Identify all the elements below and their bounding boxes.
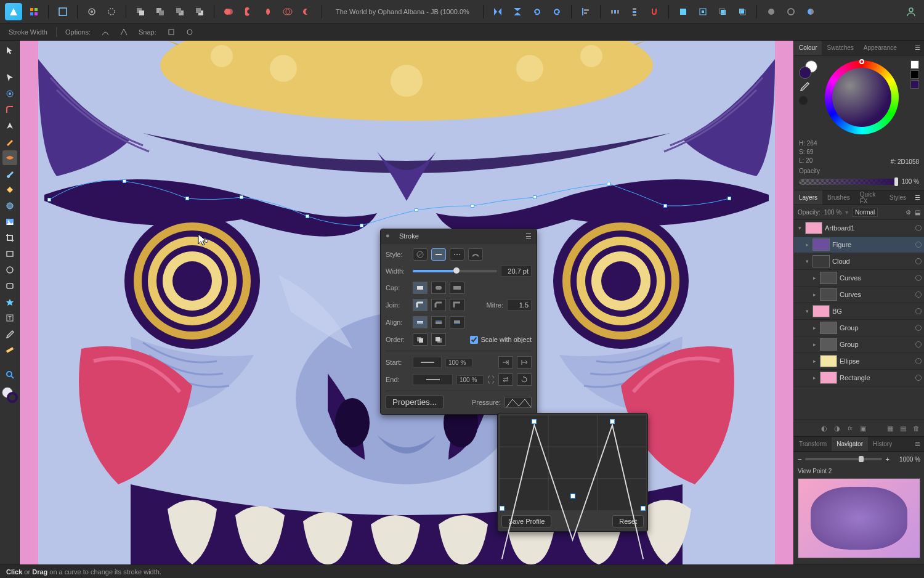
visibility-toggle[interactable] bbox=[915, 375, 922, 381]
blend-mode-select[interactable]: Normal bbox=[852, 208, 878, 217]
place-image-tool[interactable] bbox=[2, 214, 17, 229]
layer-row[interactable]: ▸Ellipse bbox=[794, 353, 924, 370]
resource-manager-icon[interactable] bbox=[803, 4, 819, 20]
shape-tool[interactable] bbox=[2, 295, 17, 309]
join-mitre-button[interactable] bbox=[450, 299, 464, 311]
properties-button[interactable]: Properties... bbox=[386, 395, 444, 409]
visibility-toggle[interactable] bbox=[915, 225, 922, 231]
show-grid-icon[interactable] bbox=[763, 4, 779, 20]
swatch-current[interactable] bbox=[910, 80, 919, 89]
eyedropper-icon[interactable] bbox=[799, 81, 811, 94]
rotate-cw-icon[interactable] bbox=[549, 4, 565, 20]
flip-horizontal-icon[interactable] bbox=[490, 4, 506, 20]
arrange-front-icon[interactable] bbox=[192, 4, 208, 20]
navigator-preview[interactable] bbox=[798, 478, 920, 558]
tab-quickfx[interactable]: Quick FX bbox=[855, 190, 885, 205]
selection-node[interactable] bbox=[471, 204, 474, 208]
selection-node[interactable] bbox=[360, 224, 363, 227]
persona-icon[interactable] bbox=[26, 4, 42, 20]
text-tool[interactable]: T bbox=[2, 311, 17, 325]
chevron-icon[interactable]: ▸ bbox=[811, 375, 817, 381]
order-behind-button[interactable] bbox=[413, 333, 428, 346]
align-center-button[interactable] bbox=[413, 316, 428, 328]
distribute-h-icon[interactable] bbox=[607, 4, 623, 20]
opacity-value[interactable]: 100 % bbox=[902, 178, 919, 185]
start-percent-field[interactable]: 100 % bbox=[445, 358, 472, 367]
pressure-node[interactable] bbox=[500, 506, 505, 511]
tab-transform[interactable]: Transform bbox=[794, 437, 832, 451]
hex-value[interactable]: 2D1058 bbox=[898, 158, 919, 165]
layer-row[interactable]: ▸Curves bbox=[794, 287, 924, 303]
tab-swatches[interactable]: Swatches bbox=[822, 41, 858, 55]
rounded-rect-tool[interactable] bbox=[2, 279, 17, 293]
insert-target-icon[interactable] bbox=[675, 4, 691, 20]
boolean-divide-icon[interactable] bbox=[280, 4, 296, 20]
snap-2-icon[interactable] bbox=[184, 26, 196, 38]
tab-appearance[interactable]: Appearance bbox=[859, 41, 902, 55]
tab-colour[interactable]: Colour bbox=[794, 41, 822, 55]
visibility-toggle[interactable] bbox=[915, 258, 922, 264]
mitre-value-field[interactable]: 1.5 bbox=[507, 299, 532, 311]
scale-with-object-checkbox[interactable]: Scale with object bbox=[470, 336, 532, 344]
end-percent-field[interactable]: 100 % bbox=[456, 375, 484, 385]
reverse-button[interactable] bbox=[517, 373, 532, 386]
chevron-icon[interactable]: ▸ bbox=[811, 341, 817, 348]
chevron-icon[interactable]: ▸ bbox=[811, 358, 817, 364]
selection-node[interactable] bbox=[123, 179, 126, 183]
order-front-button[interactable] bbox=[431, 333, 446, 346]
visibility-toggle[interactable] bbox=[915, 325, 922, 331]
pressure-graph[interactable] bbox=[499, 415, 646, 510]
add-layer-icon[interactable]: ▤ bbox=[898, 423, 909, 434]
fill-stroke-indicator[interactable] bbox=[2, 387, 18, 403]
ellipse-tool[interactable] bbox=[2, 263, 17, 277]
document-setup-icon[interactable] bbox=[103, 4, 120, 20]
chevron-icon[interactable]: ▸ bbox=[811, 275, 817, 281]
layers-list[interactable]: ▾Artboard1▸Figure▾Cloud▸Curves▸Curves▾BG… bbox=[794, 220, 924, 420]
node-tool[interactable] bbox=[2, 70, 17, 85]
arrow-place-start-button[interactable] bbox=[517, 356, 532, 368]
crop-tool[interactable] bbox=[2, 230, 17, 245]
option-1-icon[interactable] bbox=[99, 26, 111, 38]
visibility-toggle[interactable] bbox=[915, 291, 922, 298]
add-pixel-layer-icon[interactable]: ▦ bbox=[885, 423, 896, 434]
pencil-tool[interactable] bbox=[2, 134, 17, 149]
pen-tool[interactable] bbox=[2, 118, 17, 133]
selection-node[interactable] bbox=[47, 198, 51, 201]
colour-selector-icon[interactable] bbox=[799, 60, 817, 79]
selection-node[interactable] bbox=[663, 204, 667, 208]
swap-arrows-button[interactable] bbox=[498, 373, 513, 386]
visibility-toggle[interactable] bbox=[915, 358, 922, 364]
rectangle-tool[interactable] bbox=[2, 246, 17, 261]
account-icon[interactable] bbox=[903, 4, 919, 20]
swatch-black[interactable] bbox=[910, 70, 919, 79]
colour-wheel[interactable] bbox=[825, 60, 899, 134]
layer-row[interactable]: ▸Rectangle bbox=[794, 370, 924, 386]
no-colour-icon[interactable] bbox=[799, 96, 808, 105]
selection-node[interactable] bbox=[533, 195, 537, 199]
boolean-add-icon[interactable] bbox=[221, 4, 237, 20]
zoom-in-icon[interactable]: + bbox=[886, 455, 890, 463]
option-2-icon[interactable] bbox=[118, 26, 130, 38]
zoom-slider[interactable] bbox=[805, 458, 881, 460]
move-tool[interactable] bbox=[2, 43, 17, 58]
zoom-tool[interactable] bbox=[2, 367, 17, 382]
join-round-button[interactable] bbox=[413, 299, 428, 311]
insert-inside-icon[interactable] bbox=[695, 4, 711, 20]
ruler-icon[interactable] bbox=[2, 343, 17, 357]
layer-row[interactable]: ▸Group bbox=[794, 320, 924, 336]
colour-picker-tool[interactable] bbox=[2, 327, 17, 341]
tab-history[interactable]: History bbox=[868, 437, 897, 451]
adjustment-layer-icon[interactable]: ◑ bbox=[832, 423, 843, 434]
crop-layer-icon[interactable]: ▣ bbox=[857, 423, 869, 434]
navigator-panel-menu-icon[interactable]: ☰ bbox=[911, 441, 924, 447]
brush-tool[interactable] bbox=[2, 166, 17, 181]
zoom-value[interactable]: 1000 % bbox=[893, 456, 920, 463]
width-value-field[interactable]: 20.7 pt bbox=[501, 266, 532, 277]
chevron-icon[interactable]: ▸ bbox=[811, 291, 817, 298]
cap-round-button[interactable] bbox=[431, 282, 446, 294]
style-brush-button[interactable] bbox=[468, 248, 483, 261]
opacity-slider[interactable] bbox=[799, 179, 898, 185]
selection-node[interactable] bbox=[185, 197, 189, 200]
align-outside-button[interactable] bbox=[450, 316, 464, 328]
pressure-node[interactable] bbox=[641, 506, 646, 511]
